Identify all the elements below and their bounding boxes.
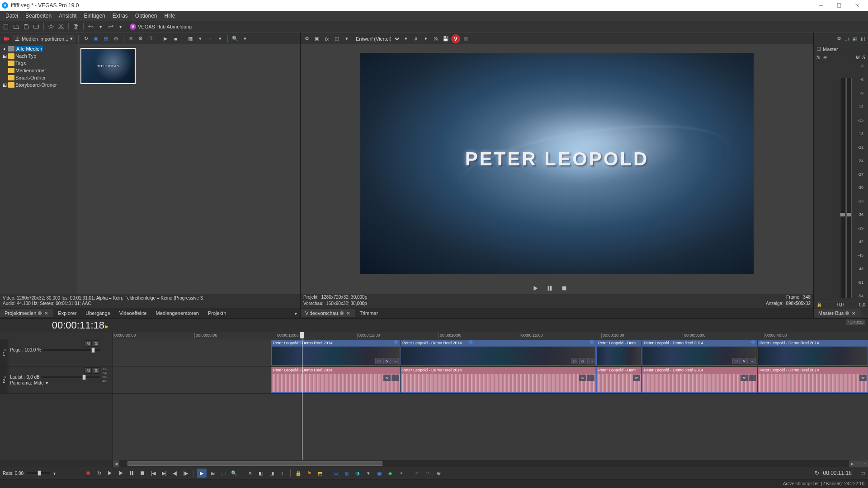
import-media-button[interactable]: Medien importieren... ▾ bbox=[12, 35, 75, 42]
stop-button[interactable] bbox=[559, 283, 569, 293]
tab-projektnotizen[interactable]: Projektn bbox=[203, 309, 231, 317]
ripple-dropdown-icon[interactable]: ▾ bbox=[363, 469, 373, 478]
clip-more-button[interactable]: ⋯ bbox=[749, 375, 756, 381]
refresh-icon[interactable]: ↻ bbox=[81, 34, 90, 43]
master-aux-icon[interactable]: ✳ bbox=[823, 55, 826, 60]
tab-close-icon[interactable]: ✕ bbox=[345, 310, 351, 316]
minimize-button[interactable] bbox=[812, 0, 830, 11]
tab-explorer[interactable]: Explorer bbox=[53, 309, 81, 317]
auto-ripple-button[interactable]: ◑ bbox=[353, 469, 363, 478]
loop-icon[interactable]: ↻ bbox=[815, 470, 819, 476]
media-record-icon[interactable] bbox=[2, 34, 11, 43]
master-dim-icon[interactable]: 🔉 bbox=[852, 35, 859, 42]
preview-split-icon[interactable]: ◫ bbox=[332, 34, 341, 43]
tab-close-icon[interactable]: ✕ bbox=[43, 310, 49, 316]
stop-button[interactable] bbox=[137, 469, 147, 478]
fx-auto-button[interactable]: ✦ bbox=[396, 469, 406, 478]
redo-tl-button[interactable]: ↷ bbox=[423, 469, 433, 478]
preview-overlay-icon[interactable]: ▦ bbox=[461, 34, 470, 43]
preview-settings-icon[interactable]: ⚙ bbox=[302, 34, 311, 43]
clip-fx-button[interactable]: fx bbox=[741, 375, 748, 381]
video-clip[interactable]: Peter Leopold - Demo Reel 2014 ▭fx⋯ bbox=[401, 340, 596, 366]
position-time[interactable]: 00:00:11:18 bbox=[823, 470, 851, 476]
scroll-thumb[interactable] bbox=[127, 461, 382, 466]
preview-grid-dropdown-icon[interactable]: ▾ bbox=[421, 34, 430, 43]
render-icon[interactable] bbox=[32, 22, 41, 31]
clip-crop-button[interactable]: ▭ bbox=[375, 358, 382, 364]
maximize-button[interactable] bbox=[830, 0, 848, 11]
menu-einfuegen[interactable]: Einfügen bbox=[80, 11, 108, 20]
menu-ansicht[interactable]: Ansicht bbox=[55, 11, 80, 20]
tab-videovorschau[interactable]: Videovorschau✕ bbox=[301, 309, 355, 317]
tree-root[interactable]: ▪Alle Medien bbox=[1, 45, 76, 52]
marker-button[interactable]: ⚑ bbox=[304, 469, 314, 478]
tree-tags[interactable]: Tags bbox=[1, 60, 76, 67]
clip-fx-button[interactable]: fx bbox=[579, 358, 586, 364]
media-play-icon[interactable]: ▶ bbox=[161, 34, 170, 43]
more-transport-icon[interactable]: ⋯ bbox=[574, 283, 584, 293]
media-find-icon[interactable]: 🔍 bbox=[231, 34, 240, 43]
new-project-icon[interactable] bbox=[2, 22, 11, 31]
auto-crossfade-button[interactable]: ▣ bbox=[374, 469, 384, 478]
media-search-icon[interactable]: ⊘ bbox=[111, 34, 120, 43]
go-start-button[interactable]: |◀ bbox=[148, 469, 158, 478]
save-icon[interactable] bbox=[22, 22, 31, 31]
menu-extras[interactable]: Extras bbox=[109, 11, 132, 20]
preview-quality-dropdown-icon[interactable]: ▾ bbox=[401, 34, 410, 43]
tree-storyboard[interactable]: ⊞Storyboard-Ordner bbox=[1, 81, 76, 89]
redo-dropdown-icon[interactable]: ▾ bbox=[116, 22, 125, 31]
tab-projektmedien[interactable]: Projektmedien✕ bbox=[0, 309, 53, 317]
hub-status[interactable]: V VEGAS Hub Abmeldung bbox=[130, 23, 192, 30]
timecode-display[interactable]: 00:00:11:18▸ bbox=[0, 319, 113, 331]
tree-smart[interactable]: Smart-Ordner bbox=[1, 74, 76, 81]
pause-button[interactable] bbox=[545, 283, 555, 293]
snap-button[interactable]: ⊔ bbox=[331, 469, 341, 478]
clip-more-button[interactable]: ⋯ bbox=[392, 375, 399, 381]
rate-slider[interactable] bbox=[27, 472, 50, 474]
master-settings-icon[interactable]: ⚙ bbox=[835, 35, 843, 42]
audio-clip[interactable]: Peter Leopold - Demo Reel 2014 fx bbox=[758, 367, 868, 393]
play-start-button[interactable] bbox=[105, 469, 115, 478]
track-volume-slider[interactable] bbox=[42, 376, 100, 378]
copy-icon[interactable] bbox=[71, 22, 80, 31]
clip-fx-button[interactable]: fx bbox=[383, 358, 391, 364]
media-stop-icon[interactable]: ■ bbox=[171, 34, 180, 43]
menu-hilfe[interactable]: Hilfe bbox=[161, 11, 179, 20]
audio-clip[interactable]: Peter Leopold - Demo Reel 2014 fx⋯ bbox=[401, 367, 596, 393]
prev-frame-button[interactable]: ◀| bbox=[170, 469, 180, 478]
playhead[interactable]: ↔ bbox=[302, 339, 302, 460]
delete-button[interactable]: ✕ bbox=[245, 469, 255, 478]
media-filter-blue-icon[interactable]: ▣ bbox=[91, 34, 100, 43]
video-clip[interactable]: Peter Leopold - Dem bbox=[596, 340, 642, 366]
tab-trimmer[interactable]: Trimmer bbox=[355, 309, 383, 317]
master-downmix-icon[interactable]: ↓♪ bbox=[844, 35, 851, 42]
menu-bearbeiten[interactable]: Bearbeiten bbox=[22, 11, 55, 20]
track-solo-button[interactable]: S bbox=[93, 367, 100, 374]
media-view-icon[interactable]: ▦ bbox=[186, 34, 195, 43]
menu-optionen[interactable]: Optionen bbox=[132, 11, 161, 20]
pan-dropdown-icon[interactable]: ▾ bbox=[46, 380, 48, 385]
clip-fx-button[interactable]: fx bbox=[383, 375, 391, 381]
loop-button[interactable]: ↻ bbox=[94, 469, 104, 478]
preview-v-icon[interactable]: V bbox=[451, 34, 460, 43]
properties-icon[interactable] bbox=[47, 22, 56, 31]
play-button[interactable] bbox=[530, 283, 540, 293]
tab-uebergaenge[interactable]: Übergänge bbox=[81, 309, 114, 317]
trim-start-button[interactable]: ◧ bbox=[256, 469, 266, 478]
tree-expand-icon[interactable]: ⊞ bbox=[2, 53, 7, 59]
record-button[interactable] bbox=[83, 469, 93, 478]
close-button[interactable] bbox=[848, 0, 866, 11]
media-view-dropdown-icon[interactable]: ▾ bbox=[196, 34, 205, 43]
track-level-slider[interactable] bbox=[43, 349, 100, 351]
trim-end-button[interactable]: ◨ bbox=[267, 469, 277, 478]
preview-split-dropdown-icon[interactable]: ▾ bbox=[342, 34, 351, 43]
tab-mediengeneratoren[interactable]: Mediengeneratoren bbox=[151, 309, 203, 317]
master-fx-button[interactable]: fx bbox=[816, 55, 820, 60]
undo-dropdown-icon[interactable]: ▾ bbox=[96, 22, 105, 31]
preview-save-icon[interactable]: 💾 bbox=[441, 34, 450, 43]
preview-external-icon[interactable]: ▣ bbox=[312, 34, 321, 43]
clip-fx-button[interactable]: fx bbox=[633, 375, 640, 381]
clip-more-button[interactable]: ⋯ bbox=[749, 358, 756, 364]
clip-fx-button[interactable]: fx bbox=[859, 375, 867, 381]
preview-grid-icon[interactable]: # bbox=[411, 34, 420, 43]
